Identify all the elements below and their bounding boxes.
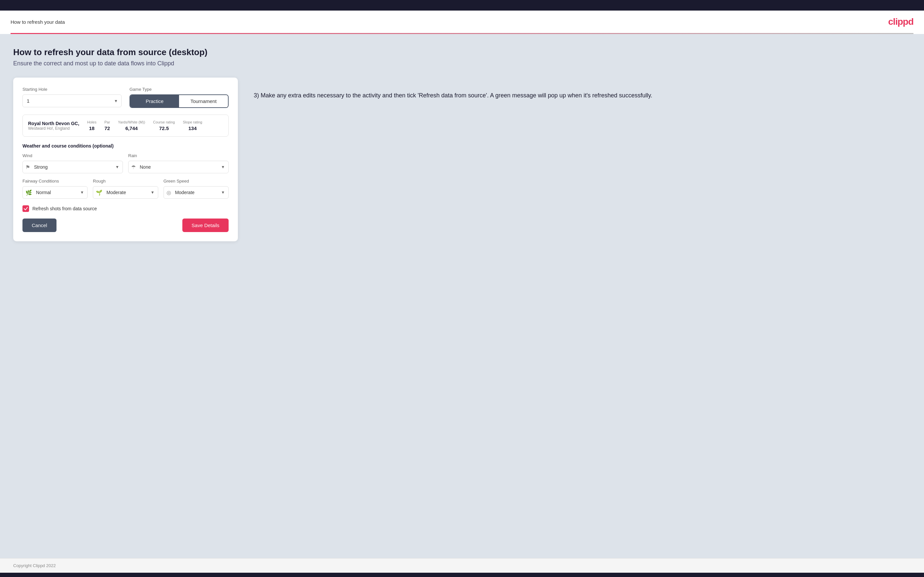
- practice-button[interactable]: Practice: [130, 95, 179, 107]
- fairway-label: Fairway Conditions: [23, 179, 87, 184]
- wind-field: Wind ⚑ Strong Light Moderate None ▼: [23, 153, 123, 173]
- starting-hole-select[interactable]: 1 10: [23, 95, 121, 107]
- rain-icon: ☂: [129, 164, 139, 170]
- game-type-toggle: Practice Tournament: [129, 94, 229, 108]
- par-value: 72: [104, 126, 110, 131]
- save-button[interactable]: Save Details: [183, 219, 229, 232]
- top-bar: [0, 0, 924, 11]
- description-panel: 3) Make any extra edits necessary to the…: [254, 77, 911, 100]
- content-layout: Starting Hole 1 10 ▼ Game Type Practice …: [13, 77, 911, 241]
- rough-field: Rough 🌱 Moderate Light Heavy ▼: [93, 179, 158, 199]
- starting-hole-select-wrapper[interactable]: 1 10 ▼: [23, 94, 121, 107]
- button-row: Cancel Save Details: [23, 219, 229, 232]
- starting-hole-field: Starting Hole 1 10 ▼: [23, 87, 121, 108]
- page-heading: How to refresh your data from source (de…: [13, 47, 911, 58]
- green-speed-icon: ◎: [164, 190, 174, 196]
- par-label: Par: [104, 120, 110, 124]
- refresh-label: Refresh shots from data source: [32, 206, 97, 211]
- header-title: How to refresh your data: [11, 19, 65, 25]
- green-speed-field: Green Speed ◎ Moderate Slow Fast ▼: [163, 179, 229, 199]
- rough-select[interactable]: Moderate Light Heavy: [105, 187, 158, 198]
- tournament-button[interactable]: Tournament: [179, 95, 228, 107]
- checkmark-icon: [24, 206, 28, 211]
- header: How to refresh your data clippd: [0, 11, 924, 33]
- holes-stat: Holes 18: [87, 120, 97, 131]
- rain-field: Rain ☂ None Light Heavy ▼: [128, 153, 229, 173]
- course-rating-value: 72.5: [153, 126, 175, 131]
- cancel-button[interactable]: Cancel: [23, 219, 57, 232]
- wind-label: Wind: [23, 153, 123, 158]
- rain-select[interactable]: None Light Heavy: [139, 161, 228, 173]
- wind-rain-row: Wind ⚑ Strong Light Moderate None ▼ Rain: [23, 153, 229, 173]
- starting-hole-label: Starting Hole: [23, 87, 121, 92]
- rough-icon: 🌱: [93, 190, 105, 196]
- wind-icon: ⚑: [23, 164, 33, 170]
- course-name: Royal North Devon GC,: [28, 121, 79, 126]
- rough-select-wrapper[interactable]: 🌱 Moderate Light Heavy ▼: [93, 186, 158, 199]
- bottom-bar: [0, 573, 924, 577]
- fairway-icon: 🌿: [23, 190, 35, 196]
- rain-label: Rain: [128, 153, 229, 158]
- refresh-checkbox-row: Refresh shots from data source: [23, 205, 229, 212]
- game-type-field: Game Type Practice Tournament: [129, 87, 229, 108]
- wind-select-wrapper[interactable]: ⚑ Strong Light Moderate None ▼: [23, 161, 123, 173]
- surface-conditions-row: Fairway Conditions 🌿 Normal Soft Firm ▼ …: [23, 179, 229, 199]
- course-info: Royal North Devon GC, Westward Ho!, Engl…: [23, 114, 229, 137]
- par-stat: Par 72: [104, 120, 110, 131]
- page-subheading: Ensure the correct and most up to date d…: [13, 60, 911, 67]
- slope-rating-value: 134: [183, 126, 202, 131]
- yards-label: Yards/White (M)): [118, 120, 145, 124]
- course-name-block: Royal North Devon GC, Westward Ho!, Engl…: [28, 121, 79, 131]
- footer: Copyright Clippd 2022: [0, 558, 924, 573]
- slope-rating-label: Slope rating: [183, 120, 202, 124]
- fairway-select-wrapper[interactable]: 🌿 Normal Soft Firm ▼: [23, 186, 87, 199]
- holes-value: 18: [87, 126, 97, 131]
- course-location: Westward Ho!, England: [28, 126, 79, 131]
- fairway-select[interactable]: Normal Soft Firm: [35, 187, 87, 198]
- copyright: Copyright Clippd 2022: [13, 563, 56, 568]
- course-rating-label: Course rating: [153, 120, 175, 124]
- yards-value: 6,744: [118, 126, 145, 131]
- top-fields: Starting Hole 1 10 ▼ Game Type Practice …: [23, 87, 229, 108]
- form-card: Starting Hole 1 10 ▼ Game Type Practice …: [13, 77, 238, 241]
- course-rating-stat: Course rating 72.5: [153, 120, 175, 131]
- rough-label: Rough: [93, 179, 158, 184]
- green-speed-select-wrapper[interactable]: ◎ Moderate Slow Fast ▼: [163, 186, 229, 199]
- rain-select-wrapper[interactable]: ☂ None Light Heavy ▼: [128, 161, 229, 173]
- wind-select[interactable]: Strong Light Moderate None: [33, 161, 123, 173]
- refresh-checkbox[interactable]: [23, 205, 29, 212]
- description-text: 3) Make any extra edits necessary to the…: [254, 91, 911, 100]
- slope-rating-stat: Slope rating 134: [183, 120, 202, 131]
- main-content: How to refresh your data from source (de…: [0, 34, 924, 558]
- game-type-label: Game Type: [129, 87, 229, 92]
- green-speed-select[interactable]: Moderate Slow Fast: [174, 187, 228, 198]
- conditions-label: Weather and course conditions (optional): [23, 143, 229, 148]
- holes-label: Holes: [87, 120, 97, 124]
- logo: clippd: [888, 16, 913, 27]
- fairway-field: Fairway Conditions 🌿 Normal Soft Firm ▼: [23, 179, 87, 199]
- green-speed-label: Green Speed: [163, 179, 229, 184]
- yards-stat: Yards/White (M)) 6,744: [118, 120, 145, 131]
